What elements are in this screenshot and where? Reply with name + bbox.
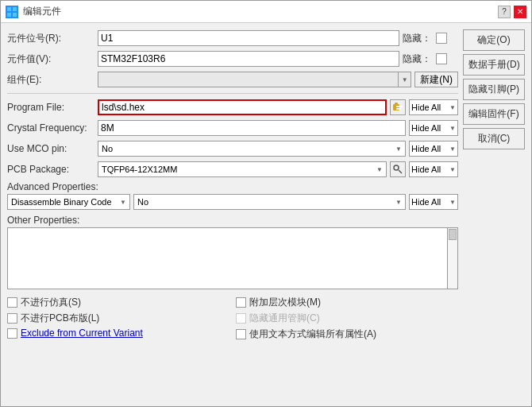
other-section: Other Properties:: [7, 213, 458, 289]
pcb-row: PCB Package: TQFP64-12X12MM ▼ Hide All ▼: [7, 161, 458, 178]
program-file-browse-button[interactable]: [390, 99, 406, 115]
right-checkbox-col: 附加层次模块(M) 隐藏通用管脚(C) 使用文本方式编辑所有属性(A): [236, 296, 458, 341]
program-file-label: Program File:: [7, 102, 94, 113]
main-window: 编辑元件 ? ✕ 元件位号(R): 隐藏： 元件值(V):: [0, 0, 532, 407]
attach-sub-label: 附加层次模块(M): [249, 296, 321, 309]
value-hide-row: 隐藏：: [403, 52, 458, 66]
scrollbar-thumb: [449, 229, 457, 240]
value-input[interactable]: [98, 51, 399, 67]
value-hide-label: 隐藏：: [403, 52, 433, 66]
crystal-hide-all-arrow: ▼: [449, 125, 456, 132]
ok-button[interactable]: 确定(O): [463, 29, 525, 51]
ref-label: 元件位号(R):: [7, 32, 94, 45]
advanced-hide-all-arrow: ▼: [449, 199, 456, 206]
pcb-hide-all-label: Hide All: [411, 165, 441, 174]
edit-firmware-button[interactable]: 编辑固件(F): [463, 103, 525, 125]
program-hide-all-select[interactable]: Hide All ▼: [409, 99, 458, 115]
advanced-value-arrow: ▼: [395, 199, 402, 206]
pcb-dropdown[interactable]: TQFP64-12X12MM ▼: [98, 161, 387, 177]
other-label: Other Properties:: [7, 215, 458, 226]
pcb-hide-all-arrow: ▼: [449, 166, 456, 173]
left-checkbox-col: 不进行仿真(S) 不进行PCB布版(L) Exclude from Curren…: [7, 296, 229, 341]
close-button[interactable]: ✕: [514, 6, 526, 18]
exclude-variant-label: Exclude from Current Variant: [21, 328, 143, 339]
crystal-input[interactable]: [98, 120, 406, 136]
value-hide-checkbox[interactable]: [436, 53, 447, 64]
exclude-variant-row: Exclude from Current Variant: [7, 328, 229, 339]
svg-rect-7: [396, 108, 401, 110]
datasheet-button[interactable]: 数据手册(D): [463, 54, 525, 76]
advanced-value-dropdown[interactable]: No ▼: [133, 194, 406, 210]
hide-pin-button[interactable]: 隐藏引脚(P): [463, 79, 525, 100]
footprint-input-wrapper: ▼: [98, 72, 411, 87]
advanced-hide-all-label: Hide All: [411, 197, 441, 207]
use-text-label: 使用文本方式编辑所有属性(A): [249, 328, 376, 341]
mco-hide-all-arrow: ▼: [449, 145, 456, 153]
right-buttons-panel: 确定(O) 数据手册(D) 隐藏引脚(P) 编辑固件(F) 取消(C): [463, 29, 525, 400]
separator-1: [7, 93, 458, 94]
advanced-section: Advanced Properties: Disassemble Binary …: [7, 181, 458, 210]
bottom-checkboxes: 不进行仿真(S) 不进行PCB布版(L) Exclude from Curren…: [7, 296, 458, 341]
other-textarea[interactable]: [7, 227, 447, 289]
mco-dropdown-arrow: ▼: [395, 145, 402, 153]
ref-row: 元件位号(R): 隐藏：: [7, 29, 458, 47]
value-row: 元件值(V): 隐藏：: [7, 50, 458, 68]
no-pcb-checkbox[interactable]: [7, 313, 17, 324]
crystal-hide-all-label: Hide All: [411, 123, 441, 133]
footprint-dropdown-arrow[interactable]: ▼: [399, 72, 411, 87]
exclude-variant-checkbox[interactable]: [7, 328, 17, 339]
use-text-row: 使用文本方式编辑所有属性(A): [236, 328, 458, 341]
no-pcb-label: 不进行PCB布版(L): [21, 312, 99, 325]
mco-row: Use MCO pin: No ▼ Hide All ▼: [7, 140, 458, 157]
mco-label: Use MCO pin:: [7, 143, 94, 154]
use-text-checkbox[interactable]: [236, 329, 246, 339]
mco-hide-all-label: Hide All: [411, 144, 441, 153]
value-label: 元件值(V):: [7, 52, 94, 66]
advanced-row: Disassemble Binary Code ▼ No ▼ Hide All …: [7, 194, 458, 210]
advanced-prop-arrow: ▼: [120, 199, 126, 206]
content-area: 元件位号(R): 隐藏： 元件值(V): 隐藏： 组件(E):: [1, 23, 531, 406]
svg-rect-0: [7, 7, 11, 11]
attach-sub-checkbox[interactable]: [236, 297, 246, 308]
other-textarea-wrapper: [7, 227, 458, 289]
footprint-label: 组件(E):: [7, 73, 94, 87]
title-bar: 编辑元件 ? ✕: [1, 1, 531, 23]
mco-value: No: [102, 144, 113, 153]
crystal-label: Crystal Frequency:: [7, 122, 94, 134]
crystal-hide-all-select[interactable]: Hide All ▼: [409, 120, 458, 136]
hide-common-row: 隐藏通用管脚(C): [236, 312, 458, 325]
hide-common-label: 隐藏通用管脚(C): [249, 312, 320, 325]
ref-hide-checkbox[interactable]: [436, 33, 447, 44]
title-bar-left: 编辑元件: [6, 5, 61, 18]
no-sim-row: 不进行仿真(S): [7, 296, 229, 309]
advanced-prop-dropdown[interactable]: Disassemble Binary Code ▼: [7, 194, 130, 210]
question-button[interactable]: ?: [498, 6, 511, 18]
footprint-input[interactable]: [98, 72, 399, 87]
program-hide-all-label: Hide All: [411, 103, 441, 112]
new-button[interactable]: 新建(N): [414, 72, 458, 87]
advanced-hide-all-select[interactable]: Hide All ▼: [409, 194, 458, 210]
title-bar-controls: ? ✕: [498, 6, 526, 18]
program-file-input[interactable]: [98, 99, 387, 115]
svg-rect-6: [396, 106, 403, 107]
no-pcb-row: 不进行PCB布版(L): [7, 312, 229, 325]
other-scrollbar[interactable]: [447, 227, 458, 289]
advanced-prop-label: Disassemble Binary Code: [11, 197, 112, 207]
cancel-button[interactable]: 取消(C): [463, 128, 525, 149]
pcb-hide-all-select[interactable]: Hide All ▼: [409, 161, 458, 177]
attach-sub-row: 附加层次模块(M): [236, 296, 458, 309]
no-sim-checkbox[interactable]: [7, 297, 17, 308]
pcb-browse-button[interactable]: [390, 161, 406, 177]
main-form-area: 元件位号(R): 隐藏： 元件值(V): 隐藏： 组件(E):: [7, 29, 458, 400]
advanced-label: Advanced Properties:: [7, 181, 458, 192]
app-icon: [6, 6, 18, 18]
no-sim-label: 不进行仿真(S): [21, 296, 81, 309]
pcb-label: PCB Package:: [7, 164, 94, 175]
window-title: 编辑元件: [23, 5, 61, 18]
ref-input[interactable]: [98, 30, 399, 46]
svg-line-9: [399, 170, 402, 173]
svg-rect-2: [7, 13, 11, 17]
mco-hide-all-select[interactable]: Hide All ▼: [409, 141, 458, 157]
mco-dropdown[interactable]: No ▼: [98, 141, 406, 157]
hide-common-checkbox[interactable]: [236, 313, 246, 324]
